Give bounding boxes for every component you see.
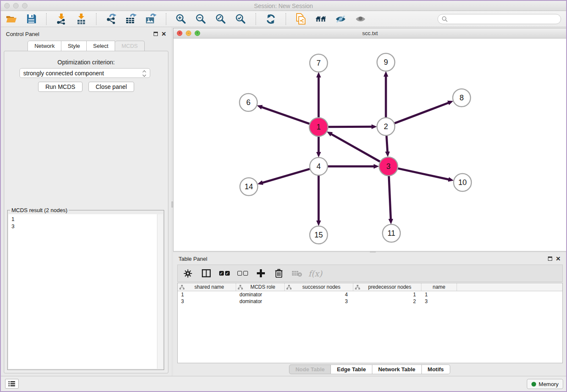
node-label-6: 6 (246, 98, 250, 107)
search-input[interactable] (450, 15, 557, 22)
search-icon (442, 16, 448, 22)
tab-motifs[interactable]: Motifs (422, 364, 450, 374)
dropdown-stepper-icon (143, 70, 146, 76)
column-header-successor-nodes[interactable]: successor nodes (285, 283, 353, 291)
main-toolbar (1, 11, 566, 27)
cell-predecessor-nodes[interactable]: 2 (353, 298, 421, 305)
close-panel-button[interactable]: Close panel (88, 82, 134, 92)
search-box[interactable] (438, 14, 561, 24)
optimization-criterion-label: Optimization criterion: (4, 59, 168, 66)
table-settings-gear-icon[interactable] (183, 268, 193, 279)
tab-mcds[interactable]: MCDS (115, 41, 144, 51)
export-image-icon[interactable] (146, 14, 157, 25)
save-session-icon[interactable] (26, 14, 37, 25)
table-row[interactable]: 3dominator323 (178, 298, 562, 305)
cell-successor-nodes[interactable]: 4 (285, 291, 353, 298)
cell-mcds-role[interactable]: dominator (236, 298, 285, 305)
memory-button[interactable]: Memory (527, 379, 563, 389)
delete-table-icon[interactable] (292, 268, 302, 279)
node-label-1: 1 (317, 123, 321, 131)
export-network-icon[interactable] (106, 14, 117, 25)
toolbar-separator (166, 13, 166, 25)
create-column-icon[interactable] (256, 268, 266, 279)
first-neighbors-icon[interactable] (315, 14, 326, 25)
table-toolbar: ✓✓ f(x) (177, 265, 563, 282)
node-label-14: 14 (245, 182, 253, 191)
cell-shared-name[interactable]: 3 (178, 298, 236, 305)
select-all-columns-icon[interactable]: ✓✓ (219, 268, 229, 279)
function-builder-icon[interactable]: f(x) (310, 268, 320, 279)
edge-4-14[interactable] (262, 169, 310, 183)
import-table-icon[interactable] (76, 14, 87, 25)
tab-network-table[interactable]: Network Table (372, 364, 422, 374)
edge-1-6[interactable] (261, 107, 309, 124)
unselect-all-columns-icon[interactable] (237, 268, 248, 279)
column-header-shared-name[interactable]: shared name (178, 283, 236, 291)
result-scrollbar[interactable] (157, 214, 163, 369)
node-label-3: 3 (386, 162, 391, 171)
tab-node-table[interactable]: Node Table (289, 364, 331, 374)
main-titlebar: Session: New Session (1, 1, 566, 11)
mcds-result-groupbox: MCDS result (2 nodes) 1 3 (7, 210, 164, 370)
toolbar-separator (96, 13, 96, 25)
cell-name[interactable]: 3 (421, 298, 457, 305)
edge-2-8[interactable] (395, 103, 449, 123)
edge-3-1[interactable] (331, 134, 380, 162)
app-window: Session: New Session (0, 0, 567, 392)
optimization-criterion-select[interactable]: strongly connected component (19, 68, 150, 78)
edge-2-3[interactable] (386, 136, 387, 152)
dropdown-value: strongly connected component (23, 70, 143, 77)
show-column-panel-icon[interactable] (201, 268, 211, 279)
column-type-icon (238, 285, 243, 290)
table-row[interactable]: 1dominator411 (178, 291, 562, 298)
tab-network[interactable]: Network (28, 41, 61, 51)
open-session-icon[interactable] (6, 14, 17, 25)
table-panel: Table Panel ✕ ✓✓ (173, 253, 566, 376)
edge-1-2[interactable] (328, 127, 372, 127)
mcds-result-text: 1 3 (8, 214, 157, 369)
column-header-predecessor-nodes[interactable]: predecessor nodes (353, 283, 421, 291)
import-network-icon[interactable] (56, 14, 67, 25)
column-header-name[interactable]: name (421, 283, 457, 291)
network-window-titlebar: × − + scc.txt (173, 28, 567, 39)
memory-status-dot (531, 382, 536, 386)
show-all-icon[interactable] (355, 14, 366, 25)
run-mcds-button[interactable]: Run MCDS (38, 82, 83, 92)
hide-selected-icon[interactable] (335, 14, 346, 25)
zoom-out-icon[interactable] (195, 14, 206, 25)
zoom-selected-icon[interactable] (235, 14, 246, 25)
table-panel-tabs: Node TableEdge TableNetwork TableMotifs (173, 364, 566, 374)
mcds-result-title: MCDS result (2 nodes) (10, 207, 69, 213)
close-panel-icon[interactable]: ✕ (161, 31, 166, 37)
tab-style[interactable]: Style (61, 41, 87, 51)
float-panel-icon[interactable] (548, 257, 552, 261)
network-canvas[interactable]: 7968124314101511 (173, 39, 567, 251)
node-label-8: 8 (460, 94, 464, 102)
float-panel-icon[interactable] (154, 32, 158, 36)
task-history-button[interactable] (5, 379, 19, 389)
node-label-15: 15 (314, 231, 323, 239)
cell-predecessor-nodes[interactable]: 1 (353, 291, 421, 298)
column-header-mcds-role[interactable]: MCDS role (236, 283, 285, 291)
zoom-fit-icon[interactable] (215, 14, 226, 25)
node-label-10: 10 (458, 178, 467, 187)
clone-network-icon[interactable] (295, 14, 306, 25)
cell-successor-nodes[interactable]: 3 (285, 298, 353, 305)
delete-column-icon[interactable] (274, 268, 284, 279)
close-panel-icon[interactable]: ✕ (556, 256, 561, 262)
edge-3-11[interactable] (389, 176, 391, 219)
tab-select[interactable]: Select (87, 41, 115, 51)
cell-shared-name[interactable]: 1 (178, 291, 236, 298)
edge-3-10[interactable] (398, 168, 449, 179)
toolbar-separator (256, 13, 256, 25)
refresh-view-icon[interactable] (265, 14, 276, 25)
column-type-icon (179, 285, 184, 290)
cell-name[interactable]: 1 (421, 291, 457, 298)
zoom-in-icon[interactable] (176, 14, 187, 25)
tab-edge-table[interactable]: Edge Table (331, 364, 372, 374)
control-panel-title: Control Panel (6, 31, 39, 37)
fx-label: f(x) (308, 269, 322, 278)
control-panel-tabs: NetworkStyleSelectMCDS (1, 41, 171, 51)
cell-mcds-role[interactable]: dominator (236, 291, 285, 298)
export-table-icon[interactable] (126, 14, 137, 25)
